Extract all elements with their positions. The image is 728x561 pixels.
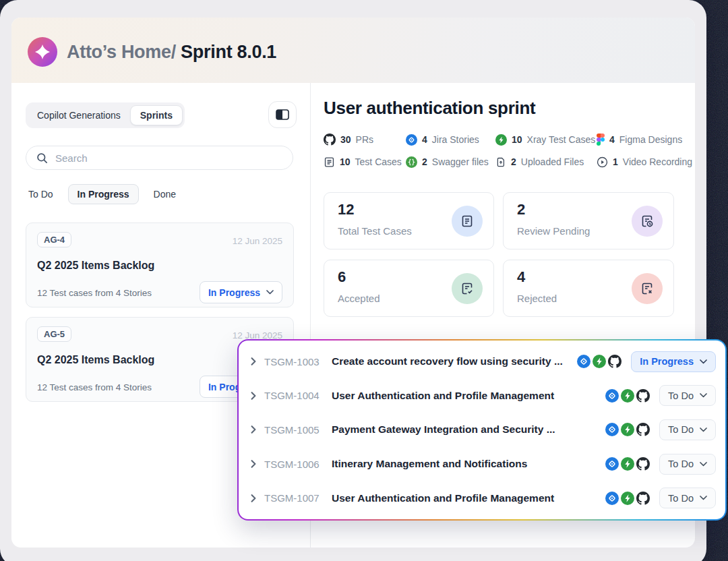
card-accepted: 6 Accepted [324, 260, 494, 317]
swagger-icon [406, 156, 417, 168]
status-dropdown[interactable]: In Progress [631, 351, 716, 372]
test-case-id: TSGM-1005 [264, 424, 322, 436]
github-icon [636, 457, 650, 471]
jira-icon [406, 134, 417, 146]
jira-icon [605, 492, 619, 505]
breadcrumb: Atto’s Home/ [67, 42, 176, 62]
filter-todo[interactable]: To Do [28, 189, 53, 200]
xray-icon [621, 423, 634, 436]
test-case-row[interactable]: TSGM-1006 Itinerary Management and Notif… [239, 447, 725, 481]
sprint-title: User authentication sprint [324, 98, 535, 119]
sidebar-tabs: Copilot Generations Sprints [26, 102, 185, 128]
uploaded-files-icon [495, 156, 506, 168]
sidebar-toggle-icon [276, 109, 289, 120]
github-icon [324, 134, 336, 146]
sprint-card-subtitle: 12 Test cases from 4 Stories [37, 382, 152, 392]
sprint-id-badge: AG-5 [37, 326, 71, 342]
chevron-right-icon[interactable] [249, 494, 257, 502]
stat-figma-designs: 4Figma Designs [597, 131, 692, 148]
test-case-row[interactable]: TSGM-1007 User Authentication and Profil… [239, 481, 725, 515]
github-icon [636, 492, 650, 505]
chevron-down-icon [700, 496, 707, 500]
test-case-row[interactable]: TSGM-1005 Payment Gateway Integration an… [239, 413, 725, 447]
jira-icon [605, 457, 619, 471]
sprint-card-title: Q2 2025 Items Backlog [37, 260, 154, 272]
card-total-test-cases: 12 Total Test Cases [324, 192, 494, 249]
source-icons [577, 355, 621, 368]
filter-done[interactable]: Done [154, 189, 176, 200]
status-dropdown[interactable]: To Do [659, 419, 716, 440]
stat-video-recording: 1Video Recording [597, 154, 692, 170]
search-input[interactable] [55, 152, 283, 164]
xray-icon [621, 492, 634, 505]
chevron-right-icon[interactable] [249, 425, 257, 434]
jira-icon [605, 423, 619, 436]
status-dropdown[interactable]: To Do [659, 454, 716, 475]
stat-swagger-files: 2Swagger files [406, 154, 495, 170]
test-case-title: User Authentication and Profile Manageme… [332, 390, 599, 402]
status-dropdown[interactable]: To Do [659, 488, 716, 508]
stat-test-cases: 10Test Cases [324, 154, 406, 170]
figma-icon [597, 134, 605, 146]
jira-icon [577, 355, 590, 368]
stat-prs: 30PRs [324, 131, 406, 148]
doc-icon [460, 214, 475, 229]
github-icon [636, 389, 650, 403]
chevron-right-icon[interactable] [249, 357, 257, 365]
xray-icon [621, 457, 634, 471]
stat-jira-stories: 4Jira Stories [406, 131, 495, 148]
atto-logo [28, 37, 57, 67]
sprint-date: 12 Jun 2025 [233, 236, 282, 246]
test-case-title: User Authentication and Profile Manageme… [332, 492, 599, 504]
video-recording-icon [597, 156, 608, 168]
doc-check-icon [460, 281, 475, 296]
github-icon [636, 423, 650, 436]
test-cases-icon [324, 156, 335, 168]
test-cases-overlay: TSGM-1003 Create account recovery flow u… [237, 339, 727, 521]
app-header: Atto’s Home/ Sprint 8.0.1 [11, 18, 695, 83]
sprint-card-title: Q2 2025 Items Backlog [37, 354, 154, 366]
star-icon [34, 44, 51, 60]
card-review-pending: 2 Review Pending [503, 192, 674, 249]
chevron-right-icon[interactable] [249, 460, 257, 468]
chevron-down-icon [700, 359, 707, 364]
status-filters: To Do In Progress Done [28, 184, 176, 204]
sprint-status-dropdown[interactable]: In Progress [200, 281, 282, 303]
test-case-row[interactable]: TSGM-1004 User Authentication and Profil… [239, 379, 725, 413]
xray-icon [593, 355, 606, 368]
sprint-card-subtitle: 12 Test cases from 4 Stories [37, 288, 152, 298]
chevron-right-icon[interactable] [249, 392, 257, 400]
chevron-down-icon [700, 427, 707, 432]
test-case-id: TSGM-1004 [264, 390, 322, 401]
doc-clock-icon [640, 214, 655, 229]
test-case-id: TSGM-1006 [264, 459, 322, 470]
stat-xray-test-cases: 10Xray Test Cases [495, 131, 597, 148]
status-dropdown[interactable]: To Do [659, 385, 716, 406]
test-case-row[interactable]: TSGM-1003 Create account recovery flow u… [239, 345, 725, 379]
xray-icon [621, 389, 634, 403]
github-icon [608, 355, 621, 368]
test-case-title: Create account recovery flow using secur… [332, 355, 570, 367]
test-case-id: TSGM-1007 [264, 492, 322, 504]
source-icons [605, 423, 650, 436]
sprint-stats: 30PRs 4Jira Stories 10Xray Test Cases 4F… [324, 131, 692, 170]
panel-toggle-button[interactable] [268, 101, 297, 128]
tab-copilot-generations[interactable]: Copilot Generations [28, 106, 130, 125]
sprint-card-ag4[interactable]: AG-4 12 Jun 2025 Q2 2025 Items Backlog 1… [26, 223, 294, 307]
stat-uploaded-files: 2Uploaded Files [495, 154, 597, 170]
search-bar [26, 146, 293, 170]
test-case-id: TSGM-1003 [264, 356, 322, 367]
chevron-down-icon [266, 290, 274, 295]
page-title: Atto’s Home/ Sprint 8.0.1 [67, 42, 276, 63]
filter-in-progress[interactable]: In Progress [68, 184, 139, 204]
search-icon [36, 152, 49, 165]
test-case-title: Itinerary Management and Notifications [332, 458, 599, 470]
xray-icon [495, 134, 507, 146]
card-rejected: 4 Rejected [503, 260, 674, 317]
tab-sprints[interactable]: Sprints [130, 105, 183, 125]
jira-icon [605, 389, 619, 403]
chevron-down-icon [700, 393, 707, 398]
test-cases-list: TSGM-1003 Create account recovery flow u… [239, 341, 725, 519]
source-icons [605, 457, 650, 471]
source-icons [605, 389, 650, 403]
